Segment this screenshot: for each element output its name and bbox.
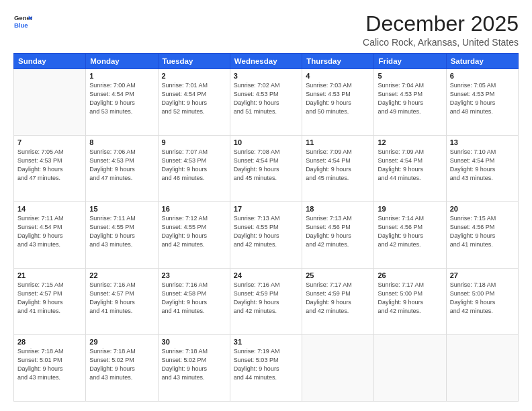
calendar-cell — [302, 335, 374, 402]
location-title: Calico Rock, Arkansas, United States — [363, 37, 519, 48]
day-number: 30 — [162, 338, 226, 346]
day-header-sunday: Sunday — [14, 54, 86, 69]
calendar-cell: 22Sunrise: 7:16 AMSunset: 4:57 PMDayligh… — [86, 269, 158, 335]
day-number: 12 — [378, 138, 442, 146]
calendar-week-row: 21Sunrise: 7:15 AMSunset: 4:57 PMDayligh… — [14, 269, 519, 335]
day-number: 8 — [89, 138, 154, 146]
day-number: 13 — [450, 138, 515, 146]
calendar-cell: 4Sunrise: 7:03 AMSunset: 4:53 PMDaylight… — [302, 69, 374, 136]
calendar-cell: 24Sunrise: 7:16 AMSunset: 4:59 PMDayligh… — [230, 269, 302, 335]
day-info: Sunrise: 7:17 AMSunset: 4:59 PMDaylight:… — [306, 281, 370, 316]
day-number: 7 — [17, 138, 82, 146]
calendar-cell — [374, 335, 446, 402]
day-header-friday: Friday — [374, 54, 446, 69]
day-info: Sunrise: 7:05 AMSunset: 4:53 PMDaylight:… — [450, 81, 515, 116]
day-info: Sunrise: 7:14 AMSunset: 4:56 PMDaylight:… — [378, 214, 442, 249]
logo: General Blue — [13, 12, 32, 31]
calendar-cell: 7Sunrise: 7:05 AMSunset: 4:53 PMDaylight… — [14, 136, 86, 202]
calendar-cell — [446, 335, 518, 402]
calendar-cell: 6Sunrise: 7:05 AMSunset: 4:53 PMDaylight… — [446, 69, 518, 136]
day-number: 2 — [162, 72, 226, 80]
calendar-cell: 29Sunrise: 7:18 AMSunset: 5:02 PMDayligh… — [86, 335, 158, 402]
day-number: 6 — [450, 72, 515, 80]
calendar-cell: 9Sunrise: 7:07 AMSunset: 4:53 PMDaylight… — [158, 136, 230, 202]
day-info: Sunrise: 7:04 AMSunset: 4:53 PMDaylight:… — [378, 81, 442, 116]
calendar-cell: 13Sunrise: 7:10 AMSunset: 4:54 PMDayligh… — [446, 136, 518, 202]
day-number: 28 — [17, 338, 82, 346]
calendar-cell: 16Sunrise: 7:12 AMSunset: 4:55 PMDayligh… — [158, 202, 230, 269]
day-info: Sunrise: 7:19 AMSunset: 5:03 PMDaylight:… — [234, 347, 298, 382]
day-info: Sunrise: 7:07 AMSunset: 4:53 PMDaylight:… — [162, 148, 226, 183]
day-number: 14 — [17, 205, 82, 213]
day-number: 24 — [234, 271, 298, 279]
day-info: Sunrise: 7:13 AMSunset: 4:56 PMDaylight:… — [306, 214, 370, 249]
calendar-cell: 3Sunrise: 7:02 AMSunset: 4:53 PMDaylight… — [230, 69, 302, 136]
day-info: Sunrise: 7:17 AMSunset: 5:00 PMDaylight:… — [378, 281, 442, 316]
day-number: 17 — [234, 205, 298, 213]
day-number: 9 — [162, 138, 226, 146]
calendar-week-row: 1Sunrise: 7:00 AMSunset: 4:54 PMDaylight… — [14, 69, 519, 136]
day-number: 1 — [89, 72, 154, 80]
day-header-tuesday: Tuesday — [158, 54, 230, 69]
calendar-cell: 2Sunrise: 7:01 AMSunset: 4:54 PMDaylight… — [158, 69, 230, 136]
day-number: 18 — [306, 205, 370, 213]
day-info: Sunrise: 7:15 AMSunset: 4:57 PMDaylight:… — [17, 281, 82, 316]
calendar-cell: 11Sunrise: 7:09 AMSunset: 4:54 PMDayligh… — [302, 136, 374, 202]
day-number: 27 — [450, 271, 515, 279]
day-number: 3 — [234, 72, 298, 80]
calendar-cell: 19Sunrise: 7:14 AMSunset: 4:56 PMDayligh… — [374, 202, 446, 269]
day-info: Sunrise: 7:16 AMSunset: 4:59 PMDaylight:… — [234, 281, 298, 316]
page: General Blue December 2025 Calico Rock, … — [0, 0, 532, 411]
day-info: Sunrise: 7:13 AMSunset: 4:55 PMDaylight:… — [234, 214, 298, 249]
day-info: Sunrise: 7:18 AMSunset: 5:02 PMDaylight:… — [162, 347, 226, 382]
calendar-cell: 26Sunrise: 7:17 AMSunset: 5:00 PMDayligh… — [374, 269, 446, 335]
day-info: Sunrise: 7:02 AMSunset: 4:53 PMDaylight:… — [234, 81, 298, 116]
day-number: 29 — [89, 338, 154, 346]
day-info: Sunrise: 7:06 AMSunset: 4:53 PMDaylight:… — [89, 148, 154, 183]
day-info: Sunrise: 7:05 AMSunset: 4:53 PMDaylight:… — [17, 148, 82, 183]
title-block: December 2025 Calico Rock, Arkansas, Uni… — [363, 12, 519, 48]
calendar-table: SundayMondayTuesdayWednesdayThursdayFrid… — [13, 53, 519, 402]
day-header-wednesday: Wednesday — [230, 54, 302, 69]
calendar-cell: 18Sunrise: 7:13 AMSunset: 4:56 PMDayligh… — [302, 202, 374, 269]
day-info: Sunrise: 7:09 AMSunset: 4:54 PMDaylight:… — [378, 148, 442, 183]
calendar-cell — [14, 69, 86, 136]
svg-text:Blue: Blue — [14, 21, 28, 29]
calendar-cell: 15Sunrise: 7:11 AMSunset: 4:55 PMDayligh… — [86, 202, 158, 269]
calendar-cell: 17Sunrise: 7:13 AMSunset: 4:55 PMDayligh… — [230, 202, 302, 269]
day-info: Sunrise: 7:03 AMSunset: 4:53 PMDaylight:… — [306, 81, 370, 116]
calendar-cell: 23Sunrise: 7:16 AMSunset: 4:58 PMDayligh… — [158, 269, 230, 335]
day-info: Sunrise: 7:16 AMSunset: 4:58 PMDaylight:… — [162, 281, 226, 316]
day-header-thursday: Thursday — [302, 54, 374, 69]
day-info: Sunrise: 7:18 AMSunset: 5:02 PMDaylight:… — [89, 347, 154, 382]
day-header-monday: Monday — [86, 54, 158, 69]
day-number: 4 — [306, 72, 370, 80]
day-info: Sunrise: 7:11 AMSunset: 4:55 PMDaylight:… — [89, 214, 154, 249]
calendar-cell: 20Sunrise: 7:15 AMSunset: 4:56 PMDayligh… — [446, 202, 518, 269]
day-number: 16 — [162, 205, 226, 213]
calendar-week-row: 28Sunrise: 7:18 AMSunset: 5:01 PMDayligh… — [14, 335, 519, 402]
calendar-cell: 25Sunrise: 7:17 AMSunset: 4:59 PMDayligh… — [302, 269, 374, 335]
day-number: 23 — [162, 271, 226, 279]
calendar-body: 1Sunrise: 7:00 AMSunset: 4:54 PMDaylight… — [14, 69, 519, 402]
day-info: Sunrise: 7:18 AMSunset: 5:01 PMDaylight:… — [17, 347, 82, 382]
calendar-week-row: 14Sunrise: 7:11 AMSunset: 4:54 PMDayligh… — [14, 202, 519, 269]
day-info: Sunrise: 7:15 AMSunset: 4:56 PMDaylight:… — [450, 214, 515, 249]
day-info: Sunrise: 7:01 AMSunset: 4:54 PMDaylight:… — [162, 81, 226, 116]
day-number: 11 — [306, 138, 370, 146]
day-number: 31 — [234, 338, 298, 346]
calendar-cell: 27Sunrise: 7:18 AMSunset: 5:00 PMDayligh… — [446, 269, 518, 335]
day-number: 5 — [378, 72, 442, 80]
calendar-cell: 28Sunrise: 7:18 AMSunset: 5:01 PMDayligh… — [14, 335, 86, 402]
calendar-cell: 5Sunrise: 7:04 AMSunset: 4:53 PMDaylight… — [374, 69, 446, 136]
day-info: Sunrise: 7:11 AMSunset: 4:54 PMDaylight:… — [17, 214, 82, 249]
day-header-saturday: Saturday — [446, 54, 518, 69]
day-info: Sunrise: 7:16 AMSunset: 4:57 PMDaylight:… — [89, 281, 154, 316]
day-info: Sunrise: 7:12 AMSunset: 4:55 PMDaylight:… — [162, 214, 226, 249]
calendar-cell: 1Sunrise: 7:00 AMSunset: 4:54 PMDaylight… — [86, 69, 158, 136]
day-number: 15 — [89, 205, 154, 213]
calendar-cell: 12Sunrise: 7:09 AMSunset: 4:54 PMDayligh… — [374, 136, 446, 202]
day-info: Sunrise: 7:08 AMSunset: 4:54 PMDaylight:… — [234, 148, 298, 183]
calendar-week-row: 7Sunrise: 7:05 AMSunset: 4:53 PMDaylight… — [14, 136, 519, 202]
logo-icon: General Blue — [13, 12, 32, 31]
